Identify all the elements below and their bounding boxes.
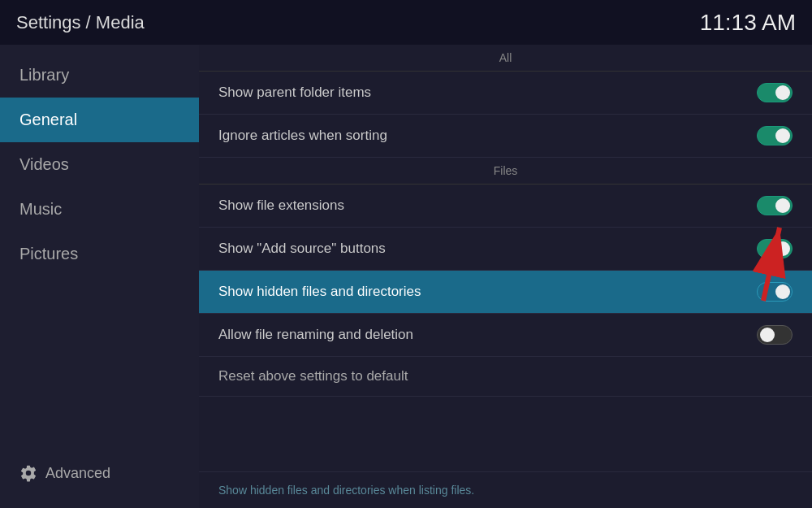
sidebar-item-label: General [19,111,77,129]
sidebar-item-general[interactable]: General [0,98,199,142]
sidebar-item-label: Videos [19,155,69,174]
row-allow-file-renaming[interactable]: Allow file renaming and deletion [199,314,812,357]
sidebar: Library General Videos Music Pictures Ad… [0,45,199,508]
toggle-knob [775,85,790,100]
toggle-knob [775,241,790,256]
sidebar-item-label: Library [19,66,69,85]
layout: Library General Videos Music Pictures Ad… [0,45,812,508]
row-show-hidden-files[interactable]: Show hidden files and directories [199,271,812,314]
sidebar-item-label: Music [19,200,62,219]
row-ignore-articles[interactable]: Ignore articles when sorting [199,115,812,158]
toggle-show-add-source[interactable] [757,239,793,258]
row-label: Allow file renaming and deletion [218,327,413,343]
advanced-button[interactable]: Advanced [0,454,199,492]
section-header-files: Files [199,158,812,185]
section-header-all: All [199,45,812,72]
toggle-show-parent-folder[interactable] [757,83,793,102]
clock: 11:13 AM [700,10,796,36]
toggle-show-hidden-files[interactable] [757,282,793,302]
row-label: Show parent folder items [218,85,371,101]
main-content: All Show parent folder items Ignore arti… [199,45,812,508]
status-text: Show hidden files and directories when l… [218,484,474,497]
advanced-label: Advanced [45,465,110,482]
row-label: Show "Add source" buttons [218,241,386,257]
sidebar-item-music[interactable]: Music [0,187,199,232]
toggle-show-file-extensions[interactable] [757,196,793,215]
row-reset-settings[interactable]: Reset above settings to default [199,357,812,397]
row-show-file-extensions[interactable]: Show file extensions [199,185,812,228]
gear-icon [19,464,37,482]
row-label: Reset above settings to default [218,368,408,384]
toggle-ignore-articles[interactable] [757,126,793,145]
status-bar: Show hidden files and directories when l… [199,471,812,508]
page-title: Settings / Media [16,12,145,33]
header: Settings / Media 11:13 AM [0,0,812,45]
sidebar-item-label: Pictures [19,245,78,263]
sidebar-item-videos[interactable]: Videos [0,142,199,187]
row-show-add-source[interactable]: Show "Add source" buttons [199,228,812,271]
toggle-knob [760,328,775,342]
toggle-knob [775,198,790,213]
toggle-knob [775,128,790,143]
row-label: Ignore articles when sorting [218,128,387,144]
row-label: Show file extensions [218,198,344,214]
spacer [199,397,812,471]
row-label: Show hidden files and directories [218,284,421,300]
toggle-allow-file-renaming[interactable] [757,325,793,345]
sidebar-item-pictures[interactable]: Pictures [0,232,199,276]
toggle-knob [775,284,790,299]
row-show-parent-folder[interactable]: Show parent folder items [199,72,812,115]
sidebar-item-library[interactable]: Library [0,53,199,98]
